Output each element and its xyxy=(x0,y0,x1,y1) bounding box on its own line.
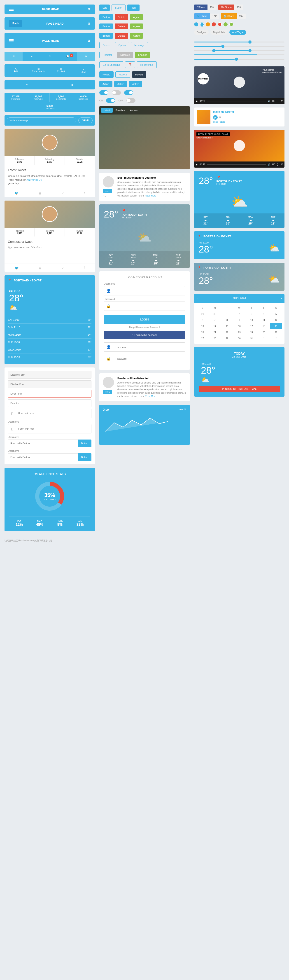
stat-followers[interactable]: Followers1,573 xyxy=(5,156,35,165)
gear-icon[interactable]: ⚙ xyxy=(87,22,91,25)
cal-next[interactable]: › xyxy=(281,297,282,300)
cal-prev[interactable]: ‹ xyxy=(197,297,198,300)
cal-day-9[interactable]: 9 xyxy=(233,317,245,323)
pinterest-icon[interactable]: ◉ xyxy=(39,266,41,270)
shopping-button[interactable]: Go to Shopping xyxy=(99,61,123,68)
facebook-login-button[interactable]: f Login with Facebook xyxy=(104,331,185,339)
gear-icon[interactable]: ⚙ xyxy=(87,8,91,11)
stat-followers[interactable]: 27,365Followers xyxy=(5,93,27,102)
error-form-field[interactable] xyxy=(8,390,91,398)
love-button[interactable]: I'm love this xyxy=(137,61,157,68)
left-button[interactable]: Left xyxy=(99,5,110,11)
tab-edit[interactable]: ✎Edit xyxy=(5,64,27,77)
cal-day-17[interactable]: 17 xyxy=(245,323,257,329)
avatar[interactable] xyxy=(42,135,57,150)
author-avatar[interactable] xyxy=(103,377,114,388)
avatar[interactable] xyxy=(42,206,57,222)
cal-day-7[interactable]: 7 xyxy=(209,317,221,323)
cal-day-25[interactable]: 25 xyxy=(257,329,270,336)
hd-icon[interactable]: HD xyxy=(272,100,275,102)
active-button[interactable]: Active xyxy=(99,81,113,87)
disable-form-field[interactable] xyxy=(8,371,91,379)
hire-button[interactable]: HIRE xyxy=(103,189,112,193)
day-mon[interactable]: MON11/10☁25° xyxy=(144,251,167,268)
forecast-row[interactable]: THU 11/1023° xyxy=(8,353,91,361)
facebook-icon[interactable]: f xyxy=(84,266,85,270)
cal-day-5[interactable]: 5 xyxy=(270,311,282,317)
day-sun[interactable]: SUN11/10☁20° xyxy=(122,251,144,268)
add-tag-button[interactable]: Add Tag + xyxy=(229,30,246,35)
cal-day-15[interactable]: 15 xyxy=(221,323,233,329)
dot-blue[interactable] xyxy=(194,22,198,26)
tab-menu[interactable]: ☰ xyxy=(5,52,22,61)
day-tue[interactable]: TUE11/10☁23° xyxy=(167,251,190,268)
message-button[interactable]: Message xyxy=(131,42,148,48)
range-slider[interactable] xyxy=(194,50,284,51)
cal-day-1[interactable]: 1 xyxy=(221,311,233,317)
cal-day-10[interactable]: 10 xyxy=(245,317,257,323)
cal-day-21[interactable]: 21 xyxy=(209,329,221,336)
delete-button[interactable]: Delete xyxy=(115,14,128,20)
cal-day-14[interactable]: 14 xyxy=(209,323,221,329)
cal-day-20[interactable]: 20 xyxy=(197,329,209,336)
tag-designs[interactable]: Designs xyxy=(194,30,209,35)
cal-day-27[interactable]: 27 xyxy=(197,336,209,342)
tab-add[interactable]: ＋Add xyxy=(72,64,95,77)
icon-input[interactable]: ◐ xyxy=(8,424,91,433)
gear-icon[interactable]: ⚙ xyxy=(87,39,91,43)
fullscreen-icon[interactable]: ⛶ xyxy=(277,100,279,102)
dot-orange[interactable] xyxy=(206,22,210,26)
tab-sliders-2[interactable]: ▦ xyxy=(50,80,95,89)
vimeo-icon[interactable]: V xyxy=(281,100,283,102)
cal-day-4[interactable]: 4 xyxy=(257,311,270,317)
tab-components[interactable]: ▦Components xyxy=(27,64,50,77)
day-sat[interactable]: SAT11/10☁31° xyxy=(99,251,122,268)
pinterest-icon[interactable]: ◉ xyxy=(39,191,41,195)
dot-green[interactable] xyxy=(224,22,227,26)
forecast-row[interactable]: TUE 11/1026° xyxy=(8,338,91,346)
cal-day-8[interactable]: 8 xyxy=(221,317,233,323)
play-button[interactable]: ▶ xyxy=(213,115,218,120)
forecast-row[interactable]: SUN 11/1022° xyxy=(8,323,91,331)
vimeo-icon[interactable]: V xyxy=(62,266,64,270)
slider[interactable] xyxy=(194,41,284,43)
cal-day-11[interactable]: 11 xyxy=(257,317,270,323)
cal-day-26[interactable]: 26 xyxy=(270,329,282,336)
cal-day-3[interactable]: 3 xyxy=(245,311,257,317)
cal-day-24[interactable]: 24 xyxy=(245,329,257,336)
enabled-button[interactable]: Enabled xyxy=(135,52,150,58)
slider[interactable] xyxy=(194,46,284,47)
password-input[interactable] xyxy=(113,303,185,310)
tab-archive[interactable]: Archive xyxy=(127,108,140,113)
facebook-icon[interactable]: f xyxy=(84,191,85,195)
cal-day-18[interactable]: 18 xyxy=(257,323,270,329)
send-button[interactable]: SEND xyxy=(78,118,92,123)
play-icon[interactable]: ▶ xyxy=(196,100,198,102)
cal-day-19[interactable]: 19 xyxy=(270,323,282,329)
option-button[interactable]: Option xyxy=(115,42,129,48)
cal-day-6[interactable]: 6 xyxy=(197,317,209,323)
stat-comments-3[interactable]: 6,800Comments xyxy=(5,102,95,112)
hamburger-icon[interactable] xyxy=(9,39,14,43)
hover3-button[interactable]: Hover3 xyxy=(132,72,146,78)
tab-chat[interactable]: 💬2 xyxy=(59,52,77,61)
cal-day-29[interactable]: 29 xyxy=(221,336,233,342)
twitter-icon[interactable]: 🐦 xyxy=(15,266,19,270)
cal-day-16[interactable]: 16 xyxy=(233,323,245,329)
share-facebook[interactable]: f Share15K xyxy=(194,5,216,10)
stat-following[interactable]: Following1,573 xyxy=(35,156,65,165)
forecast-row[interactable]: MON 11/1024° xyxy=(8,331,91,338)
icon-input[interactable]: ◐ xyxy=(8,409,91,418)
right-button[interactable]: Right xyxy=(127,5,140,11)
forecast-row[interactable]: WED 17/1027° xyxy=(8,346,91,353)
tab-sliders-1[interactable]: ✎ xyxy=(5,80,50,89)
cal-day-22[interactable]: 22 xyxy=(221,329,233,336)
forgot-link[interactable]: Forget Username or Password xyxy=(104,326,185,329)
toggle-on[interactable] xyxy=(99,90,108,95)
author-avatar[interactable] xyxy=(103,176,114,188)
cal-day-12[interactable]: 12 xyxy=(270,317,282,323)
toggle-off[interactable] xyxy=(112,90,121,95)
tab-latest[interactable]: Latest xyxy=(101,108,113,113)
login-button[interactable]: LOGIN xyxy=(104,315,185,324)
tab-cloud[interactable]: ☁ xyxy=(22,52,41,61)
